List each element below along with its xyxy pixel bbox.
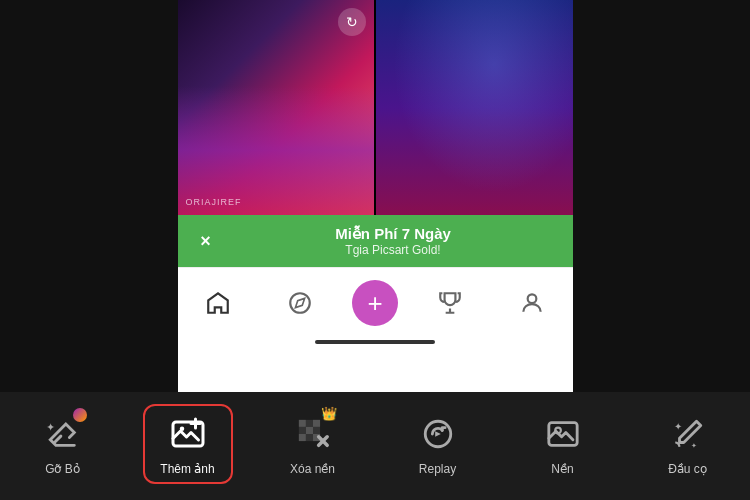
nav-home[interactable] <box>189 286 247 320</box>
phone-frame: ↻ × Miễn Phí 7 Ngày Tgia Picsart Gold! <box>178 0 573 392</box>
tool-replay[interactable]: Replay <box>393 404 483 484</box>
gallery-area: ↻ <box>178 0 573 215</box>
svg-text:✦: ✦ <box>690 442 696 450</box>
go-bo-badge <box>73 408 87 422</box>
svg-rect-7 <box>298 427 305 434</box>
svg-rect-8 <box>305 427 312 434</box>
promo-subtitle: Tgia Picsart Gold! <box>230 243 557 257</box>
nav-add-button[interactable]: + <box>352 280 398 326</box>
home-indicator <box>315 340 435 344</box>
svg-point-1 <box>527 294 536 303</box>
svg-marker-16 <box>435 431 441 437</box>
nav-profile[interactable] <box>503 286 561 320</box>
replay-label: Replay <box>419 462 456 476</box>
svg-rect-9 <box>313 427 320 434</box>
svg-rect-6 <box>313 420 320 427</box>
eraser-icon: ✦ <box>46 417 80 451</box>
bottom-toolbar: ✦ Gỡ Bỏ Thêm ảnh <box>0 392 750 500</box>
svg-point-0 <box>290 293 310 313</box>
refresh-icon[interactable]: ↻ <box>338 8 366 36</box>
promo-close-button[interactable]: × <box>194 229 218 253</box>
svg-text:✦: ✦ <box>673 421 681 432</box>
xoa-nen-icon-wrap: 👑 <box>291 412 335 456</box>
trophy-icon <box>437 290 463 316</box>
nen-icon-wrap <box>541 412 585 456</box>
promo-title: Miễn Phí 7 Ngày <box>230 225 557 243</box>
tool-nen[interactable]: Nền <box>518 404 608 484</box>
profile-icon <box>519 290 545 316</box>
brush-icon: ✦ ✦ <box>671 417 705 451</box>
image-icon <box>546 417 580 451</box>
tool-go-bo[interactable]: ✦ Gỡ Bỏ <box>18 404 108 484</box>
dau-co-icon-wrap: ✦ ✦ <box>666 412 710 456</box>
svg-rect-10 <box>298 434 305 441</box>
nav-explore[interactable] <box>271 286 329 320</box>
go-bo-label: Gỡ Bỏ <box>45 462 80 476</box>
svg-rect-5 <box>305 420 312 427</box>
tool-xoa-nen[interactable]: 👑 Xóa nền <box>268 404 358 484</box>
gallery-image-right[interactable] <box>376 0 573 215</box>
xoa-nen-label: Xóa nền <box>290 462 335 476</box>
promo-text: Miễn Phí 7 Ngày Tgia Picsart Gold! <box>230 225 557 257</box>
go-bo-icon-wrap: ✦ <box>41 412 85 456</box>
dau-co-label: Đầu cọ <box>668 462 707 476</box>
tool-dau-co[interactable]: ✦ ✦ Đầu cọ <box>643 404 733 484</box>
replay-icon <box>421 417 455 451</box>
app-container: ↻ × Miễn Phí 7 Ngày Tgia Picsart Gold! <box>0 0 750 500</box>
nen-label: Nền <box>551 462 573 476</box>
replay-icon-wrap <box>416 412 460 456</box>
gallery-image-left[interactable]: ↻ <box>178 0 375 215</box>
nav-trophy[interactable] <box>421 286 479 320</box>
bottom-nav: + <box>178 267 573 334</box>
crown-icon: 👑 <box>321 406 337 421</box>
explore-icon <box>287 290 313 316</box>
home-icon <box>205 290 231 316</box>
svg-text:✦: ✦ <box>46 421 55 433</box>
svg-rect-11 <box>305 434 312 441</box>
remove-bg-icon <box>296 417 330 451</box>
svg-rect-4 <box>298 420 305 427</box>
promo-banner: × Miễn Phí 7 Ngày Tgia Picsart Gold! <box>178 215 573 267</box>
image-add-icon <box>170 416 206 452</box>
them-anh-label: Thêm ảnh <box>160 462 214 476</box>
them-anh-icon-wrap <box>166 412 210 456</box>
tool-them-anh[interactable]: Thêm ảnh <box>143 404 233 484</box>
